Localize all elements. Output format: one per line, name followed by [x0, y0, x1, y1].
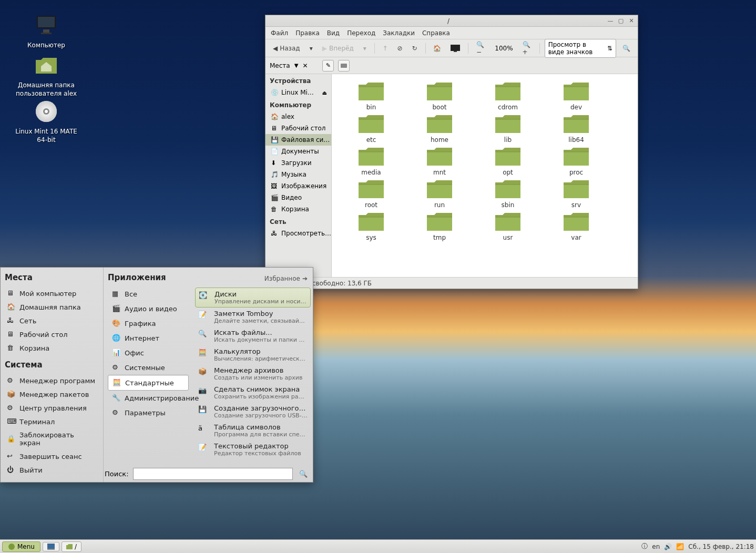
menu-category-item[interactable]: 🎬Аудио и видео	[108, 301, 189, 316]
menu-file[interactable]: Файл	[271, 29, 288, 37]
desktop-icon-home[interactable]: Домашняя папка пользователя alex	[15, 53, 78, 98]
menu-system-item[interactable]: ⚙Менеджер программ	[5, 374, 99, 387]
taskbar-item-file-manager[interactable]: /	[62, 541, 81, 552]
menu-app-item[interactable]: 💽ДискиУправление дисками и носителями	[195, 288, 311, 308]
menu-system-item[interactable]: ↩Завершить сеанс	[5, 449, 99, 463]
clock[interactable]: Сб., 15 февр., 21:18	[688, 543, 754, 550]
folder-item[interactable]: boot	[416, 80, 463, 111]
up-button[interactable]: ↑	[379, 43, 391, 54]
volume-icon[interactable]: 🔊	[664, 543, 672, 550]
search-input[interactable]	[133, 468, 293, 480]
menu-app-item[interactable]: 💾Создание загрузочного USB-…Создание заг…	[195, 402, 311, 421]
desktop-icon-computer[interactable]: Компьютер	[15, 13, 78, 50]
maximize-button[interactable]: ▢	[618, 18, 624, 24]
sidebar-item-downloads[interactable]: ⬇Загрузки	[265, 157, 331, 169]
forward-dropdown[interactable]: ▾	[360, 43, 370, 54]
folder-item[interactable]: sys	[348, 211, 395, 241]
search-button[interactable]: 🔍	[297, 467, 310, 480]
menu-category-item[interactable]: 🌐Интернет	[108, 331, 189, 345]
path-root-button[interactable]	[338, 60, 350, 71]
folder-item[interactable]: media	[348, 146, 395, 176]
menu-category-item[interactable]: 🔧Администрирование	[108, 391, 189, 405]
folder-item[interactable]: mnt	[416, 146, 463, 176]
close-button[interactable]: ✕	[628, 18, 635, 24]
sidebar-item-music[interactable]: 🎵Музыка	[265, 169, 331, 180]
sidebar-item-trash[interactable]: 🗑Корзина	[265, 203, 331, 215]
sidebar-item-desktop[interactable]: 🖥Рабочий стол	[265, 122, 331, 134]
home-button[interactable]: 🏠	[430, 43, 444, 54]
folder-item[interactable]: srv	[553, 178, 600, 209]
updates-icon[interactable]: ⓘ	[641, 542, 648, 551]
menu-category-item[interactable]: 🎨Графика	[108, 316, 189, 331]
folder-item[interactable]: bin	[348, 80, 395, 111]
menu-app-item[interactable]: 🔍Искать файлы...Искать документы и папки…	[195, 326, 311, 345]
sidebar-item-drive[interactable]: 💾Файловая си…	[265, 134, 331, 146]
chevron-down-icon[interactable]: ▼	[294, 63, 299, 68]
sidebar-item-docs[interactable]: 📄Документы	[265, 146, 331, 157]
folder-item[interactable]: lib	[484, 113, 532, 144]
zoom-out-button[interactable]: 🔍−	[473, 39, 488, 58]
menu-system-item[interactable]: ⏻Выйти	[5, 463, 99, 477]
folder-grid[interactable]: binbootcdromdevetchomeliblib64mediamntop…	[332, 74, 638, 277]
menu-app-item[interactable]: 📝Заметки TomboyДелайте заметки, связывай…	[195, 308, 311, 326]
minimize-button[interactable]: —	[607, 18, 614, 24]
folder-item[interactable]: root	[348, 178, 395, 209]
eject-icon[interactable]: ⏏	[322, 90, 327, 96]
folder-item[interactable]: usr	[484, 211, 532, 241]
menu-system-item[interactable]: ⚙Центр управления	[5, 401, 99, 415]
menu-app-item[interactable]: 📝Текстовый редакторРедактор текстовых фа…	[195, 440, 311, 459]
titlebar[interactable]: / — ▢ ✕	[265, 15, 638, 27]
menu-category-item[interactable]: ▦Все	[108, 286, 189, 301]
menu-system-item[interactable]: 🔒Заблокировать экран	[5, 428, 99, 449]
menu-app-item[interactable]: 📷Сделать снимок экранаСохранить изображе…	[195, 383, 311, 402]
folder-item[interactable]: tmp	[416, 211, 463, 241]
menu-help[interactable]: Справка	[422, 29, 450, 37]
forward-button[interactable]: ▶Вперёд	[319, 43, 357, 54]
sidebar-item-video[interactable]: 🎬Видео	[265, 192, 331, 203]
menu-place-item[interactable]: 🖥Мой компьютер	[5, 286, 99, 300]
folder-item[interactable]: dev	[553, 80, 600, 111]
folder-item[interactable]: lib64	[553, 113, 600, 144]
sidebar-item-network[interactable]: 🖧Просмотреть…	[265, 228, 331, 239]
keyboard-layout[interactable]: en	[652, 543, 660, 550]
network-tray-icon[interactable]: 📶	[676, 543, 684, 550]
edit-path-button[interactable]: ✎	[322, 60, 334, 71]
folder-item[interactable]: run	[416, 178, 463, 209]
search-button[interactable]: 🔍	[619, 43, 634, 54]
menu-bookmarks[interactable]: Закладки	[383, 29, 415, 37]
menu-place-item[interactable]: 🖥Рабочий стол	[5, 327, 99, 341]
desktop-icon-disc[interactable]: Linux Mint 16 MATE 64-bit	[15, 99, 78, 144]
menu-place-item[interactable]: 🖧Сеть	[5, 314, 99, 327]
sidebar-item-home[interactable]: 🏠alex	[265, 111, 331, 122]
sidebar-item-device[interactable]: 💿Linux Mi…⏏	[265, 87, 331, 98]
menu-place-item[interactable]: 🗑Корзина	[5, 341, 99, 355]
menu-button[interactable]: Menu	[2, 541, 40, 552]
menu-category-item[interactable]: ⚙Параметры	[108, 405, 189, 420]
folder-item[interactable]: home	[416, 113, 463, 144]
favorites-toggle[interactable]: Избранное➔	[264, 275, 308, 282]
menu-system-item[interactable]: 📦Менеджер пакетов	[5, 387, 99, 401]
menu-app-item[interactable]: äТаблица символовПрограмма для вставки с…	[195, 421, 311, 440]
menu-edit[interactable]: Правка	[295, 29, 320, 37]
back-dropdown[interactable]: ▾	[307, 43, 316, 54]
view-selector[interactable]: Просмотр в виде значков⇅	[545, 39, 616, 58]
menu-place-item[interactable]: 🏠Домашняя папка	[5, 300, 99, 314]
menu-category-item[interactable]: 🧮Стандартные	[108, 375, 189, 391]
folder-item[interactable]: cdrom	[484, 80, 532, 111]
stop-button[interactable]: ⊘	[394, 43, 405, 54]
sidebar-item-pictures[interactable]: 🖼Изображения	[265, 180, 331, 192]
menu-category-item[interactable]: 📊Офис	[108, 345, 189, 360]
computer-button[interactable]	[447, 43, 463, 54]
close-places-icon[interactable]: ✕	[302, 62, 308, 69]
show-desktop-button[interactable]	[43, 542, 59, 551]
folder-item[interactable]: var	[553, 211, 600, 241]
menu-app-item[interactable]: 📦Менеджер архивовСоздать или изменить ар…	[195, 364, 311, 383]
folder-item[interactable]: opt	[484, 146, 532, 176]
folder-item[interactable]: etc	[348, 113, 395, 144]
menu-system-item[interactable]: ⌨Терминал	[5, 415, 99, 428]
menu-category-item[interactable]: ⚙Системные	[108, 360, 189, 375]
back-button[interactable]: ◀Назад	[270, 43, 303, 54]
folder-item[interactable]: sbin	[484, 178, 532, 209]
folder-item[interactable]: proc	[553, 146, 600, 176]
zoom-in-button[interactable]: 🔍+	[519, 39, 535, 58]
